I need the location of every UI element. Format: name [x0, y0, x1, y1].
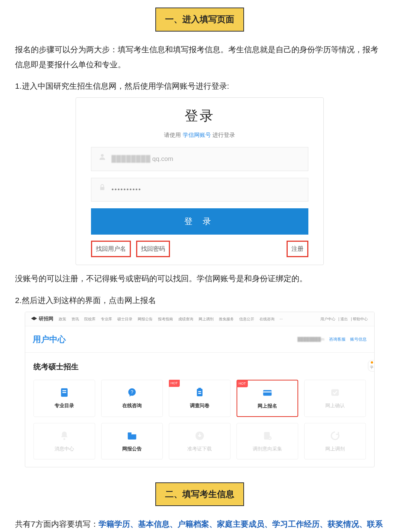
login-button[interactable]: 登 录 [91, 208, 308, 235]
userbar-link-0[interactable]: 咨询客服 [329, 335, 346, 343]
svg-text:?: ? [130, 390, 133, 395]
card-label: 专业目录 [34, 401, 95, 411]
svg-rect-15 [127, 432, 131, 434]
section-2-heading-wrap: 二、填写考生信息 [15, 482, 384, 506]
top-right-item[interactable]: | 帮助中心 [351, 315, 368, 323]
top-nav-item[interactable]: 成绩查询 [178, 315, 193, 323]
login-sub-prefix: 请使用 [164, 132, 182, 138]
top-nav-item[interactable]: 网上调剂 [199, 315, 214, 323]
dashboard-section-title: 统考硕士招生 [33, 359, 366, 374]
user-icon [98, 153, 106, 165]
top-right-links: 用户中心| 退出| 帮助中心 [320, 315, 368, 323]
top-nav-item[interactable]: 资讯 [71, 315, 79, 323]
svg-rect-10 [198, 393, 201, 394]
card-label: 在线咨询 [102, 401, 162, 411]
svg-point-0 [101, 154, 103, 157]
dashboard-body: 字 统考硕士招生 专业目录?在线咨询HOT调查问卷HOT网上报名网上确认消息中心… [25, 353, 374, 467]
svg-point-14 [63, 438, 65, 440]
top-nav-item[interactable]: 专业库 [101, 315, 112, 323]
collect-icon [261, 430, 274, 441]
dashboard-card-bell: 消息中心 [33, 423, 95, 459]
card-label: 准考证下载 [169, 444, 230, 454]
clip-icon [193, 387, 206, 398]
step-1-text: 1.进入中国研究生招生信息网，然后使用学信网账号进行登录: [15, 79, 384, 94]
svg-rect-12 [263, 392, 272, 393]
top-right-item[interactable]: 用户中心 [320, 315, 335, 323]
find-username-link[interactable]: 找回用户名 [91, 241, 131, 257]
register-link[interactable]: 注册 [287, 241, 308, 257]
top-nav-item[interactable]: 报考指南 [158, 315, 173, 323]
top-nav: 政策资讯院校库专业库硕士目录网报公告报考指南成绩查询网上调剂推免服务信息公开在线… [59, 315, 283, 323]
card-label: 网报公告 [102, 444, 162, 454]
dashboard-card-collect: 调剂意向采集 [237, 423, 298, 459]
folder-icon [126, 430, 138, 441]
username-suffix: qq.com [152, 153, 173, 165]
dashboard-card-chat[interactable]: ?在线咨询 [101, 380, 163, 417]
top-nav-item[interactable]: 硕士目录 [117, 315, 132, 323]
login-screenshot: 登录 请使用 学信网账号 进行登录 ████████qq.com •••••••… [76, 97, 324, 265]
password-dots: •••••••••• [112, 183, 142, 196]
card-label: 网上调剂 [305, 444, 366, 454]
dashboard-card-doc[interactable]: 专业目录 [33, 380, 95, 417]
card-icon [261, 387, 274, 399]
check-icon [329, 387, 341, 398]
step-2-text: 2.然后进入到这样的界面，点击网上报名 [15, 293, 384, 308]
chat-icon: ? [126, 387, 138, 398]
refresh-icon [329, 430, 341, 441]
bell-icon [58, 430, 71, 441]
userbar-right: ████████m 咨询客服 账号信息 [297, 335, 367, 343]
usercenter-title: 用户中心 [33, 332, 66, 347]
card-label: 调剂意向采集 [237, 444, 298, 454]
login-sub-suffix: 进行登录 [211, 132, 235, 138]
dashboard-topbar: 研招网 政策资讯院校库专业库硕士目录网报公告报考指南成绩查询网上调剂推免服务信息… [25, 312, 374, 326]
svg-rect-13 [331, 390, 339, 396]
card-label: 网上报名 [237, 402, 297, 411]
dashboard-card-download: 准考证下载 [169, 423, 231, 459]
top-nav-item[interactable]: 院校库 [84, 315, 96, 323]
userbar-link-1[interactable]: 账号信息 [350, 335, 367, 343]
dashboard-card-refresh: 网上调剂 [304, 423, 366, 459]
password-input[interactable]: •••••••••• [91, 178, 308, 202]
top-right-item[interactable]: | 退出 [338, 315, 348, 323]
card-label: 网上确认 [305, 401, 366, 411]
top-nav-item[interactable]: 信息公开 [239, 315, 254, 323]
after-login-paragraph: 没账号的可以注册，不记得账号或密码的可以找回。学信网账号是和身份证绑定的。 [15, 271, 384, 286]
user-email-masked: ████████m [297, 335, 325, 343]
card-label: 消息中心 [34, 444, 95, 454]
login-sub-link[interactable]: 学信网账号 [183, 132, 211, 138]
card-grid: 专业目录?在线咨询HOT调查问卷HOT网上报名网上确认消息中心网报公告准考证下载… [33, 380, 366, 459]
top-nav-item[interactable]: 推免服务 [219, 315, 234, 323]
card-label: 调查问卷 [169, 401, 230, 411]
svg-rect-7 [197, 389, 202, 396]
section-2-prefix: 共有7方面内容要填写： [15, 520, 99, 528]
doc-icon [58, 387, 71, 398]
site-logo-text: 研招网 [39, 314, 53, 324]
float-widget[interactable]: 字 [368, 360, 375, 371]
intro-paragraph: 报名的步骤可以分为两大步：填写考生信息和填写报考信息。考生信息就是自己的身份学历… [15, 42, 384, 72]
svg-rect-11 [263, 390, 272, 396]
top-nav-item[interactable]: 在线咨询 [259, 315, 275, 323]
section-1-heading: 一、进入填写页面 [155, 8, 244, 32]
username-input[interactable]: ████████qq.com [91, 147, 308, 171]
dashboard-card-card[interactable]: HOT网上报名 [237, 380, 298, 417]
download-icon [193, 430, 206, 441]
login-title: 登录 [91, 103, 308, 129]
dashboard-card-clip[interactable]: HOT调查问卷 [169, 380, 231, 417]
site-logo[interactable]: 研招网 [31, 314, 53, 324]
top-nav-item[interactable]: ··· [280, 315, 283, 323]
username-masked: ████████ [112, 153, 151, 165]
svg-rect-8 [198, 388, 201, 390]
section-2-paragraph: 共有7方面内容要填写：学籍学历、基本信息、户籍档案、家庭主要成员、学习工作经历、… [15, 517, 384, 532]
dashboard-userbar: 用户中心 ████████m 咨询客服 账号信息 [25, 326, 374, 353]
dashboard-screenshot: 研招网 政策资讯院校库专业库硕士目录网报公告报考指南成绩查询网上调剂推免服务信息… [25, 312, 375, 467]
lock-icon [98, 183, 106, 196]
dashboard-card-check: 网上确认 [304, 380, 366, 417]
svg-rect-4 [62, 392, 66, 393]
login-links-row: 找回用户名 找回密码 注册 [91, 241, 308, 257]
find-password-link[interactable]: 找回密码 [136, 241, 170, 257]
hot-badge: HOT [237, 380, 248, 387]
top-nav-item[interactable]: 政策 [59, 315, 66, 323]
top-nav-item[interactable]: 网报公告 [138, 315, 153, 323]
dashboard-card-folder[interactable]: 网报公告 [101, 423, 163, 459]
section-1-heading-wrap: 一、进入填写页面 [15, 8, 384, 32]
